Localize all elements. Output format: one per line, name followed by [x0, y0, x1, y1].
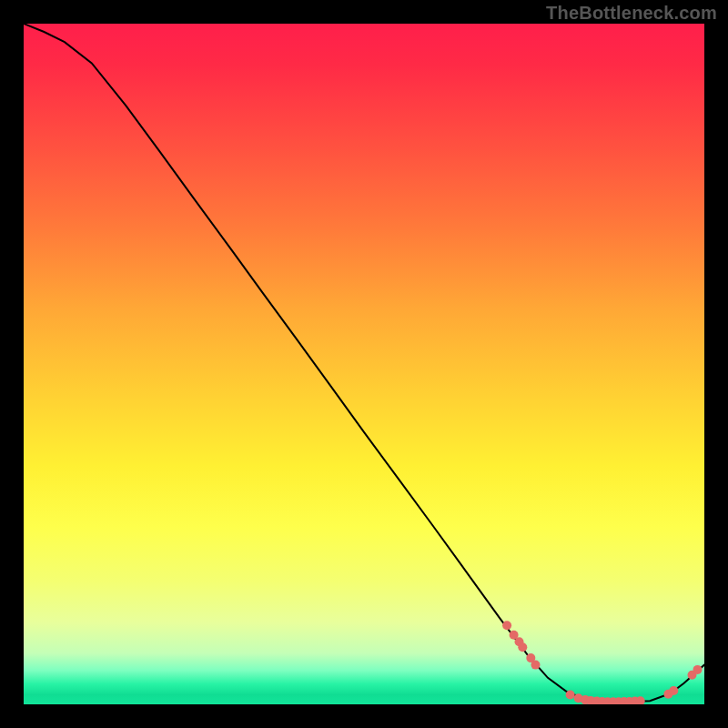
data-point	[531, 661, 541, 670]
data-point	[566, 691, 575, 700]
data-markers	[502, 621, 702, 704]
data-point	[669, 686, 678, 695]
watermark-text: TheBottleneck.com	[546, 3, 717, 24]
data-point	[693, 665, 703, 674]
data-point	[502, 621, 511, 630]
data-point	[518, 642, 527, 652]
chart-frame: TheBottleneck.com	[0, 0, 728, 728]
bottleneck-curve	[24, 24, 704, 702]
plot-area	[24, 24, 704, 704]
chart-svg	[24, 24, 704, 704]
